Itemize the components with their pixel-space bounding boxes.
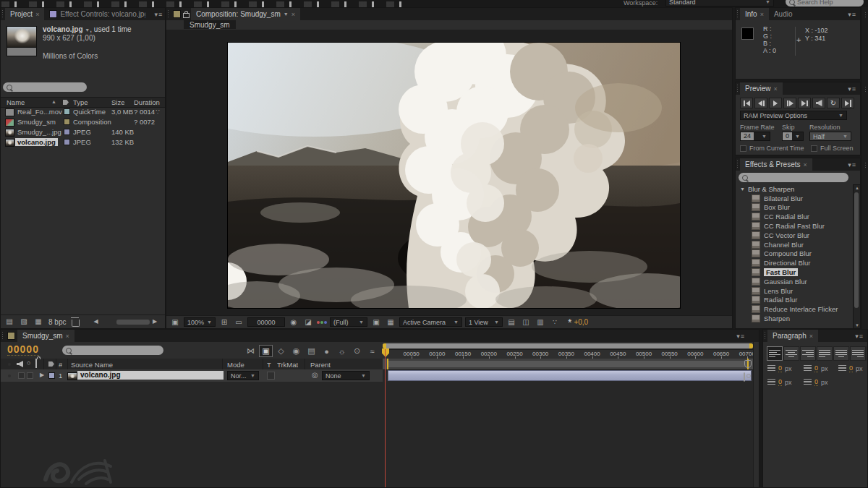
frame-blend-icon[interactable]: ▤ <box>305 345 318 357</box>
audio-button[interactable] <box>812 98 825 108</box>
label-color-chip[interactable] <box>64 129 70 135</box>
tab-audio[interactable]: Audio <box>769 8 798 20</box>
always-preview-icon[interactable]: ▣ <box>169 317 181 328</box>
indent-right-value[interactable]: 0 <box>814 364 818 372</box>
resolution-select[interactable]: Half ▼ <box>809 132 851 141</box>
time-navigator[interactable] <box>383 343 753 348</box>
new-folder-icon[interactable]: ▨ <box>20 316 28 328</box>
layer-trkmat-box[interactable] <box>267 372 275 380</box>
pickwhip-icon[interactable]: ◎ <box>312 371 318 379</box>
mini-flowchart-icon[interactable]: ⋈ <box>244 345 258 357</box>
pixel-aspect-icon[interactable]: ▥ <box>535 317 546 328</box>
tab-composition[interactable]: Composition: Smudgy_sm ▼ × <box>191 8 300 20</box>
effect-item[interactable]: Gaussian Blur <box>736 277 853 286</box>
column-name[interactable]: Name <box>7 98 25 106</box>
effect-item[interactable]: CC Radial Blur <box>736 212 853 221</box>
justify-last-right-button[interactable] <box>850 346 866 361</box>
label-color-chip[interactable] <box>64 139 70 145</box>
from-current-time-checkbox[interactable] <box>740 145 746 152</box>
panel-grip[interactable] <box>864 12 867 19</box>
ram-preview-options-select[interactable]: RAM Preview Options ▼ <box>740 111 847 120</box>
delete-icon[interactable] <box>72 320 80 327</box>
effect-item[interactable]: Directional Blur <box>736 258 853 267</box>
footage-thumbnail[interactable] <box>7 26 37 48</box>
exposure-control[interactable]: *+0,0 <box>568 318 588 326</box>
effect-item-label[interactable]: Sharpen <box>764 314 790 322</box>
current-view-icon[interactable]: ◫ <box>520 317 532 328</box>
effect-item-label[interactable]: Radial Blur <box>764 296 797 304</box>
effect-item-label[interactable]: Reduce Interlace Flicker <box>764 305 838 313</box>
panel-grip[interactable] <box>736 84 739 93</box>
layer-parent-select[interactable]: None ▼ <box>322 371 370 380</box>
effect-item[interactable]: CC Vector Blur <box>736 231 853 240</box>
tab-paragraph[interactable]: Paragraph × <box>767 330 818 342</box>
column-source-name[interactable]: Source Name <box>71 361 113 369</box>
view-select[interactable]: 1 View▼ <box>465 317 503 327</box>
effect-item-label[interactable]: CC Vector Blur <box>764 231 809 239</box>
project-bit-depth[interactable]: 8 bpc <box>48 318 66 326</box>
column-size[interactable]: Size <box>111 98 124 106</box>
first-frame-button[interactable] <box>740 98 753 108</box>
space-after-value[interactable]: 0 <box>814 378 818 386</box>
current-frame[interactable]: 00000 <box>247 317 285 327</box>
indent-first-line-value[interactable]: 0 <box>849 364 853 372</box>
panel-grip[interactable] <box>864 86 867 93</box>
volcano-footage-image[interactable] <box>227 42 681 309</box>
tab-preview[interactable]: Preview × <box>740 82 783 95</box>
draft-3d-icon[interactable]: ◇ <box>274 345 288 357</box>
footage-name[interactable]: volcano.jpg <box>43 25 83 33</box>
target-region-icon[interactable]: ▣ <box>370 317 382 328</box>
space-before-value[interactable]: 0 <box>778 378 782 386</box>
scroll-left-icon[interactable]: ◀ <box>90 316 101 328</box>
next-frame-button[interactable] <box>783 98 796 108</box>
effect-item-label[interactable]: CC Radial Blur <box>764 213 809 221</box>
column-type[interactable]: Type <box>73 98 88 106</box>
tab-effect-controls[interactable]: Effect Controls: volcano.jpg <box>44 8 150 20</box>
effect-item-label[interactable]: Compound Blur <box>764 249 812 257</box>
panel-grip[interactable] <box>1 331 4 341</box>
align-right-button[interactable] <box>800 346 816 361</box>
close-icon[interactable]: × <box>804 161 807 168</box>
panel-menu-icon[interactable]: ▾≡ <box>733 330 749 342</box>
tool-icons-clipped[interactable] <box>1 1 407 7</box>
panel-grip[interactable] <box>167 9 170 19</box>
effects-group-header[interactable]: ▼Blur & Sharpen <box>736 184 853 194</box>
sort-asc-icon[interactable]: ▲ <box>51 99 56 104</box>
column-parent[interactable]: Parent <box>310 361 331 369</box>
mini-flowchart-icon[interactable]: ∵ <box>549 317 561 328</box>
lock-icon[interactable] <box>183 13 190 18</box>
effect-item-label[interactable]: Fast Blur <box>764 268 798 276</box>
tab-project[interactable]: Project × <box>5 8 44 20</box>
hide-shy-icon[interactable]: ◉ <box>289 345 303 357</box>
work-area-bar[interactable] <box>383 359 753 370</box>
close-icon[interactable]: × <box>774 85 778 93</box>
audio-icon[interactable] <box>17 361 23 367</box>
effect-item-label[interactable]: Directional Blur <box>764 259 810 267</box>
effect-item[interactable]: Channel Blur <box>736 240 853 249</box>
panel-grip[interactable] <box>736 160 739 169</box>
column-number[interactable]: # <box>59 361 62 369</box>
magnification-select[interactable]: 100%▼ <box>184 317 216 327</box>
project-item-name[interactable]: Smudgy_sm <box>15 118 58 126</box>
transparency-grid-icon[interactable]: ▦ <box>385 317 396 328</box>
chevron-down-icon[interactable]: ▼ <box>284 12 289 17</box>
graph-editor-icon[interactable]: ≈ <box>365 345 379 357</box>
skip-select[interactable]: 0 ▼ <box>782 132 804 141</box>
effects-search-input[interactable] <box>739 173 848 182</box>
panel-menu-icon[interactable]: ▾≡ <box>851 330 867 342</box>
frame-rate-select[interactable]: 24 ▼ <box>740 132 770 141</box>
snapshot-icon[interactable]: ◉ <box>288 317 299 328</box>
project-item-name[interactable]: Real_Fo...mov <box>15 108 64 116</box>
camera-select[interactable]: Active Camera▼ <box>399 317 462 327</box>
layer-row[interactable]: ▶ 1 volcano.jpg Nor... ▼ ◎ None ▼ <box>1 369 383 382</box>
tab-info[interactable]: Info × <box>740 8 769 20</box>
justify-last-center-button[interactable] <box>833 346 849 361</box>
indent-left-value[interactable]: 0 <box>778 364 782 372</box>
effect-item[interactable]: Compound Blur <box>736 249 853 259</box>
close-icon[interactable]: × <box>760 11 764 18</box>
new-composition-icon[interactable]: ▦ <box>34 316 43 328</box>
tab-effects-presets[interactable]: Effects & Presets × <box>740 158 812 171</box>
composition-viewer[interactable] <box>166 30 732 315</box>
space-before-field[interactable]: 0 px <box>767 378 792 386</box>
indent-left-field[interactable]: 0 px <box>767 364 792 372</box>
